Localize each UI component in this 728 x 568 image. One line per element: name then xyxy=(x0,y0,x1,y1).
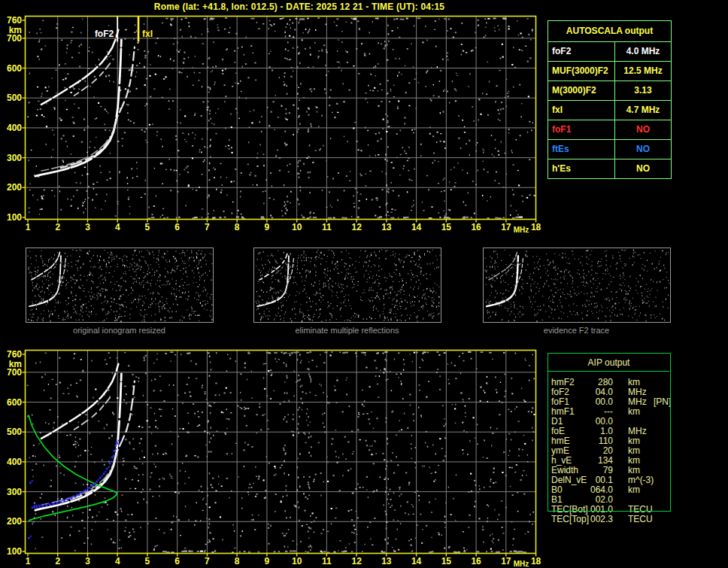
top-ionogram-plot: foF2fxI123456789101112131415161718MHz760… xyxy=(7,15,541,234)
svg-text:11: 11 xyxy=(322,222,332,232)
svg-text:100: 100 xyxy=(7,212,22,223)
aip-note: [PN] xyxy=(654,397,671,407)
foF2-marker-label: foF2 xyxy=(95,29,114,39)
svg-text:16: 16 xyxy=(471,556,481,566)
svg-text:6: 6 xyxy=(174,222,180,232)
param-value: 4.0 MHz xyxy=(615,42,671,61)
aip-row-tectop: TEC[Top]002.3TECU xyxy=(551,515,702,524)
svg-text:10: 10 xyxy=(292,222,302,232)
aip-row-d1: D100.0 xyxy=(551,417,702,427)
svg-text:200: 200 xyxy=(7,516,22,527)
svg-text:km: km xyxy=(9,359,22,369)
autoscala-row-ftes: ftEsNO xyxy=(548,139,671,159)
param-label: h'Es xyxy=(548,159,615,178)
aip-value: 002.3 xyxy=(590,515,613,524)
svg-text:km: km xyxy=(9,25,22,35)
autoscala-row-m3000f2: M(3000)F23.13 xyxy=(548,80,671,100)
svg-text:600: 600 xyxy=(7,397,22,408)
aip-row-hme: hmE110km xyxy=(551,436,702,446)
svg-text:500: 500 xyxy=(7,427,22,437)
noise-layer xyxy=(27,351,535,554)
svg-text:14: 14 xyxy=(411,556,422,566)
aip-unit: km xyxy=(613,407,654,417)
aip-label: TEC[Top] xyxy=(551,515,590,524)
noise-layer xyxy=(27,17,535,219)
svg-text:2: 2 xyxy=(55,556,60,566)
svg-text:5: 5 xyxy=(145,556,150,566)
autoscala-row-hes: h'EsNO xyxy=(548,159,671,178)
param-value: 3.13 xyxy=(615,81,671,100)
aip-row-fof2: foF204.0MHz xyxy=(551,387,702,397)
aip-row-hmf2: hmF2280km xyxy=(551,378,702,387)
svg-text:6: 6 xyxy=(174,556,180,566)
svg-text:760: 760 xyxy=(7,15,22,26)
svg-text:18: 18 xyxy=(531,556,541,566)
svg-text:9: 9 xyxy=(265,222,270,232)
trace xyxy=(61,381,135,502)
svg-text:13: 13 xyxy=(381,222,392,232)
svg-text:8: 8 xyxy=(235,222,240,232)
plot-frame: 123456789101112131415161718MHz7607006005… xyxy=(7,349,541,568)
fxI-marker-label: fxI xyxy=(142,29,153,39)
svg-text:11: 11 xyxy=(322,556,332,566)
autoscala-screen: foF2fxI123456789101112131415161718MHz760… xyxy=(0,0,728,568)
thumbnail-caption-original: original ionogram resized xyxy=(26,326,213,336)
autoscala-output-table: AUTOSCALA output foF24.0 MHzMUF(3000)F21… xyxy=(548,20,672,179)
svg-text:9: 9 xyxy=(265,556,270,566)
svg-text:300: 300 xyxy=(7,153,22,163)
param-value: NO xyxy=(615,140,671,159)
svg-text:3: 3 xyxy=(85,222,90,232)
param-label: MUF(3000)F2 xyxy=(548,62,615,80)
thumbnail-caption-eliminate-reflections: eliminate multiple reflections xyxy=(253,326,441,336)
page-title: Rome (lat: +41.8, lon: 012.5) - DATE: 20… xyxy=(0,2,599,12)
svg-text:7: 7 xyxy=(205,556,210,566)
autoscala-table-rows: foF24.0 MHzMUF(3000)F212.5 MHzM(3000)F23… xyxy=(548,41,671,178)
svg-text:14: 14 xyxy=(411,222,422,232)
param-value: 12.5 MHz xyxy=(615,62,671,80)
param-label: ftEs xyxy=(548,140,615,159)
aip-table-rows: hmF2280kmfoF204.0MHzfoF100.0MHz[PN]hmF1-… xyxy=(551,378,702,524)
svg-text:300: 300 xyxy=(7,487,22,497)
svg-text:16: 16 xyxy=(471,222,481,232)
aip-table-header: AIP output xyxy=(548,357,670,368)
svg-text:7: 7 xyxy=(205,222,210,232)
svg-text:12: 12 xyxy=(351,222,362,232)
autoscala-row-fof2: foF24.0 MHz xyxy=(548,41,671,61)
grid-lines xyxy=(26,17,536,220)
svg-text:15: 15 xyxy=(441,556,452,566)
thumbnail-evidence-f2-trace xyxy=(484,248,671,323)
autoscala-table-header: AUTOSCALA output xyxy=(548,21,671,41)
param-value: NO xyxy=(615,159,671,178)
aip-row-yme: ymE20km xyxy=(551,446,702,456)
aip-header-divider xyxy=(548,371,669,372)
autoscala-row-fof1: foF1NO xyxy=(548,120,671,139)
svg-text:17: 17 xyxy=(501,556,511,566)
svg-text:3: 3 xyxy=(85,556,90,566)
bottom-ionogram-plot: 123456789101112131415161718MHz7607006005… xyxy=(7,349,541,568)
svg-text:760: 760 xyxy=(7,349,22,360)
svg-text:18: 18 xyxy=(531,222,541,232)
svg-text:400: 400 xyxy=(7,457,22,467)
svg-text:17: 17 xyxy=(501,222,511,232)
plot-frame: 123456789101112131415161718MHz7607006005… xyxy=(7,15,541,234)
svg-text:4: 4 xyxy=(115,222,120,232)
aip-unit: TECU xyxy=(613,515,654,524)
echo-traces xyxy=(35,364,135,511)
svg-text:10: 10 xyxy=(292,556,302,566)
grid-lines xyxy=(26,351,536,554)
autoscala-row-muf3000f2: MUF(3000)F212.5 MHz xyxy=(548,61,671,80)
svg-text:8: 8 xyxy=(235,556,240,566)
svg-text:1: 1 xyxy=(26,556,31,566)
svg-text:15: 15 xyxy=(441,222,452,232)
param-label: fxI xyxy=(548,101,615,120)
svg-text:MHz: MHz xyxy=(514,560,529,568)
svg-text:13: 13 xyxy=(381,556,392,566)
aip-row-delnve: DelN_vE00.1m^(-3) xyxy=(551,475,702,485)
echo-traces xyxy=(35,30,135,177)
svg-text:200: 200 xyxy=(7,182,22,193)
svg-text:100: 100 xyxy=(7,546,22,557)
aip-row-hmf1: hmF1---km xyxy=(551,407,702,417)
svg-text:5: 5 xyxy=(145,222,150,232)
autoscala-row-fxi: fxI4.7 MHz xyxy=(548,100,671,120)
aip-unit: km xyxy=(613,485,654,495)
